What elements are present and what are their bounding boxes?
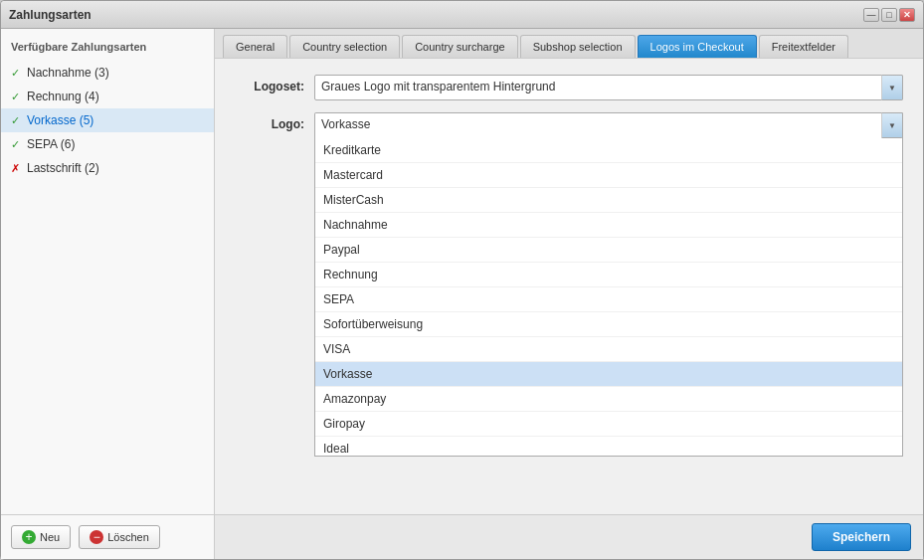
tab-content: Logoset: Graues Logo mit transparentem H… <box>215 59 923 514</box>
sidebar: Verfügbare Zahlungsarten ✓ Nachnahme (3)… <box>1 29 215 559</box>
main-area: General Country selection Country surcha… <box>215 29 923 559</box>
main-footer: Speichern <box>215 514 923 559</box>
tab-country-selection[interactable]: Country selection <box>289 35 400 58</box>
sidebar-item-vorkasse[interactable]: ✓ Vorkasse (5) <box>1 108 214 132</box>
dropdown-item-ideal[interactable]: Ideal <box>315 437 902 457</box>
sidebar-header: Verfügbare Zahlungsarten <box>1 37 214 61</box>
delete-button[interactable]: − Löschen <box>79 525 160 549</box>
minus-icon: − <box>90 530 103 544</box>
check-icon: ✓ <box>11 114 23 127</box>
maximize-button[interactable]: □ <box>881 8 897 22</box>
dropdown-item-vorkasse[interactable]: Vorkasse <box>315 362 902 387</box>
logoset-row: Logoset: Graues Logo mit transparentem H… <box>235 75 903 100</box>
sidebar-item-label: Lastschrift (2) <box>27 161 99 175</box>
tab-general[interactable]: General <box>223 35 287 58</box>
tabs-bar: General Country selection Country surcha… <box>215 29 923 59</box>
check-icon: ✓ <box>11 91 23 103</box>
sidebar-item-sepa[interactable]: ✓ SEPA (6) <box>1 132 214 156</box>
sidebar-item-label: SEPA (6) <box>27 137 75 151</box>
dropdown-item-paypal[interactable]: Paypal <box>315 238 902 263</box>
dropdown-item-mistercash[interactable]: MisterCash <box>315 188 902 213</box>
dropdown-item-mastercard[interactable]: Mastercard <box>315 163 902 188</box>
dropdown-item-sepa[interactable]: SEPA <box>315 287 902 312</box>
dropdown-item-sofortueberweisung[interactable]: Sofortüberweisung <box>315 312 902 337</box>
logo-row: Logo: Vorkasse Kreditkarte Mastercard Mi… <box>235 112 903 138</box>
dropdown-item-amazonpay[interactable]: Amazonpay <box>315 387 902 412</box>
logoset-label: Logoset: <box>235 75 314 93</box>
dropdown-item-visa[interactable]: VISA <box>315 337 902 362</box>
logo-label: Logo: <box>235 112 314 131</box>
sidebar-item-lastschrift[interactable]: ✗ Lastschrift (2) <box>1 156 214 180</box>
sidebar-item-label: Rechnung (4) <box>27 90 99 103</box>
sidebar-item-rechnung[interactable]: ✓ Rechnung (4) <box>1 85 214 108</box>
dropdown-item-rechnung[interactable]: Rechnung <box>315 263 902 287</box>
sidebar-footer: + Neu − Löschen <box>1 514 214 559</box>
new-button[interactable]: + Neu <box>11 525 71 549</box>
dropdown-item-giropay[interactable]: Giropay <box>315 412 902 437</box>
logoset-control: Graues Logo mit transparentem Hintergrun… <box>314 75 903 100</box>
save-button[interactable]: Speichern <box>812 523 911 551</box>
plus-icon: + <box>22 530 36 544</box>
titlebar: Zahlungsarten — □ ✕ <box>1 1 923 29</box>
dropdown-item-kreditkarte[interactable]: Kreditkarte <box>315 138 902 163</box>
sidebar-item-nachnahme[interactable]: ✓ Nachnahme (3) <box>1 61 214 85</box>
tab-freitextfelder[interactable]: Freitextfelder <box>759 35 848 58</box>
window-controls: — □ ✕ <box>863 8 915 22</box>
logo-dropdown-list: Kreditkarte Mastercard MisterCash Nachna… <box>314 138 903 457</box>
dropdown-item-nachnahme[interactable]: Nachnahme <box>315 213 902 238</box>
window-title: Zahlungsarten <box>9 8 92 22</box>
check-icon: ✓ <box>11 67 23 80</box>
tab-logos-im-checkout[interactable]: Logos im Checkout <box>638 35 757 58</box>
check-icon: ✓ <box>11 138 23 151</box>
close-button[interactable]: ✕ <box>899 8 915 22</box>
minimize-button[interactable]: — <box>863 8 879 22</box>
main-window: Zahlungsarten — □ ✕ Verfügbare Zahlungsa… <box>0 0 924 560</box>
tab-country-surcharge[interactable]: Country surcharge <box>402 35 518 58</box>
sidebar-item-label: Vorkasse (5) <box>27 113 93 127</box>
cross-icon: ✗ <box>11 162 23 175</box>
logo-control: Vorkasse Kreditkarte Mastercard MisterCa… <box>314 112 903 138</box>
sidebar-item-label: Nachnahme (3) <box>27 66 109 80</box>
delete-button-label: Löschen <box>107 531 149 543</box>
content-area: Verfügbare Zahlungsarten ✓ Nachnahme (3)… <box>1 29 923 559</box>
tab-subshop-selection[interactable]: Subshop selection <box>520 35 636 58</box>
logoset-select[interactable]: Graues Logo mit transparentem Hintergrun… <box>314 75 903 100</box>
logo-select[interactable]: Vorkasse <box>314 112 903 138</box>
new-button-label: Neu <box>40 531 60 543</box>
